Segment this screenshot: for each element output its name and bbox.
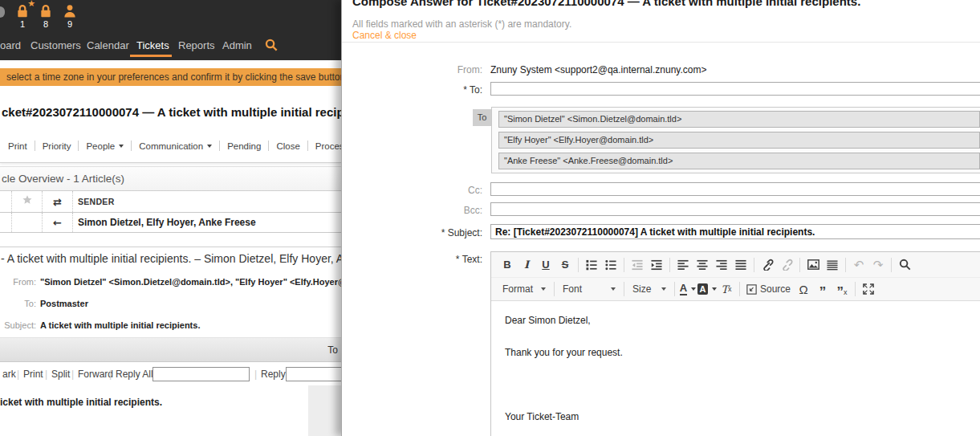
- flag-cell[interactable]: [11, 213, 42, 232]
- action-forward[interactable]: Forward: [78, 369, 113, 380]
- special-character-icon[interactable]: Ω: [794, 280, 813, 298]
- undo-icon[interactable]: ↶: [849, 256, 868, 274]
- action-reply-all[interactable]: Reply All: [116, 369, 153, 380]
- font-dropdown[interactable]: Font: [558, 280, 620, 298]
- article-body-text: icket with multiple initial recipients.: [0, 397, 162, 408]
- menu-item-pending[interactable]: Pending: [227, 141, 261, 151]
- article-row[interactable]: ← Simon Dietzel, Elfy Hoyer, Anke Freese: [0, 213, 341, 233]
- separator: [268, 141, 269, 151]
- separator: [891, 258, 892, 272]
- blockquote-icon[interactable]: ”: [813, 280, 832, 298]
- menu-item-process[interactable]: Process: [315, 141, 341, 151]
- image-icon[interactable]: [803, 256, 823, 274]
- size-dropdown[interactable]: Size: [628, 280, 671, 298]
- editor-content-area[interactable]: Dear Simon Dietzel, Thank you for your r…: [491, 301, 980, 436]
- divider: [342, 42, 980, 43]
- size-dropdown-label: Size: [632, 283, 651, 295]
- underline-icon[interactable]: U: [536, 256, 555, 274]
- separator: [855, 282, 856, 296]
- separator: [739, 282, 740, 296]
- to-input[interactable]: [490, 82, 980, 96]
- bold-icon[interactable]: B: [498, 256, 517, 274]
- empty-header-cell: [0, 191, 11, 212]
- text-color-letter: A: [680, 283, 687, 295]
- font-dropdown-label: Font: [563, 283, 582, 295]
- lock-icon: [39, 4, 53, 18]
- nav-item-dashboard[interactable]: oard: [0, 39, 21, 51]
- separator: [219, 141, 220, 151]
- menu-item-priority[interactable]: Priority: [43, 141, 71, 151]
- bcc-field-label: Bcc:: [342, 205, 482, 216]
- nav-item-calendar[interactable]: Calendar: [87, 39, 129, 51]
- editor-line: Dear Simon Dietzel,: [505, 312, 972, 328]
- direction-header-cell[interactable]: ⇄: [42, 191, 72, 212]
- locked-tickets-new-badge[interactable]: ★ 1: [15, 4, 30, 29]
- sender-header-cell[interactable]: SENDER: [72, 191, 341, 212]
- recipient-pill[interactable]: "Anke Freese" <Anke.Freese@domain.tld>: [498, 153, 980, 169]
- to-label: To:: [0, 299, 36, 310]
- align-center-icon[interactable]: [693, 256, 712, 274]
- background-color-icon[interactable]: A: [697, 280, 717, 298]
- page-background: [308, 385, 341, 436]
- subject-label: Subject:: [0, 320, 36, 332]
- remove-quote-icon[interactable]: ”x: [832, 280, 852, 298]
- flag-header-cell[interactable]: [11, 191, 42, 212]
- align-left-icon[interactable]: [673, 256, 693, 274]
- badge-count: 9: [63, 19, 77, 29]
- article-table: ⇄ SENDER ← Simon Dietzel, Elfy Hoyer, An…: [0, 191, 341, 233]
- ticket-zoom-page: ★ 1 8 9 oard Customers Calendar Tickets …: [0, 0, 341, 436]
- remove-format-icon[interactable]: Tx: [717, 280, 736, 298]
- star-icon: ★: [27, 0, 35, 8]
- subject-input[interactable]: [490, 224, 980, 239]
- cancel-and-close-link[interactable]: Cancel & close: [352, 30, 417, 41]
- italic-icon[interactable]: I: [517, 256, 536, 274]
- badge-count: 1: [15, 19, 30, 29]
- responsible-tickets-badge[interactable]: 9: [63, 4, 77, 29]
- separator: |: [45, 369, 47, 380]
- action-print[interactable]: Print: [23, 369, 43, 380]
- redo-icon[interactable]: ↷: [868, 256, 888, 274]
- ordered-list-icon[interactable]: [582, 256, 601, 274]
- remove-format-x: x: [728, 285, 732, 293]
- menu-item-communication[interactable]: Communication: [139, 141, 212, 151]
- search-icon[interactable]: [265, 39, 278, 55]
- recipient-pill[interactable]: "Elfy Hoyer" <Elfy.Hoyer@domain.tld>: [498, 132, 980, 149]
- horizontal-rule-icon[interactable]: [823, 256, 842, 274]
- timezone-warning-bar[interactable]: select a time zone in your preferences a…: [0, 68, 341, 86]
- sender-header-label: SENDER: [78, 197, 115, 206]
- menu-item-label: Communication: [139, 141, 203, 151]
- find-icon[interactable]: [895, 256, 914, 274]
- nav-item-customers[interactable]: Customers: [30, 39, 81, 51]
- menu-item-people[interactable]: People: [86, 141, 124, 151]
- format-dropdown[interactable]: Format: [498, 280, 551, 298]
- recipient-pill[interactable]: "Simon Dietzel" <Simon.Dietzel@domain.tl…: [498, 111, 980, 128]
- strikethrough-icon[interactable]: S: [555, 256, 575, 274]
- reply-all-select[interactable]: [152, 367, 250, 381]
- outdent-icon[interactable]: [628, 256, 647, 274]
- menu-item-print[interactable]: Print: [8, 141, 27, 151]
- locked-tickets-badge[interactable]: 8: [39, 4, 53, 29]
- maximize-icon[interactable]: [859, 280, 878, 298]
- action-split[interactable]: Split: [51, 369, 70, 380]
- align-justify-icon[interactable]: [731, 256, 750, 274]
- reply-select[interactable]: [286, 367, 341, 381]
- app: ★ 1 8 9 oard Customers Calendar Tickets …: [0, 0, 980, 436]
- bcc-input[interactable]: [490, 202, 980, 216]
- menu-item-close[interactable]: Close: [276, 141, 299, 151]
- nav-item-tickets[interactable]: Tickets: [136, 39, 169, 51]
- source-icon: [746, 284, 757, 295]
- action-mark[interactable]: ark: [2, 369, 16, 380]
- indent-icon[interactable]: [647, 256, 666, 274]
- action-reply[interactable]: Reply: [261, 369, 286, 380]
- align-right-icon[interactable]: [712, 256, 731, 274]
- cc-input[interactable]: [490, 182, 980, 196]
- link-icon[interactable]: [758, 256, 777, 274]
- unlink-icon[interactable]: [777, 256, 796, 274]
- nav-item-reports[interactable]: Reports: [178, 39, 215, 51]
- chevron-down-icon: [541, 287, 546, 291]
- nav-item-admin[interactable]: Admin: [222, 39, 252, 51]
- source-button[interactable]: Source: [743, 283, 794, 295]
- subject-field-label: * Subject:: [342, 227, 482, 238]
- text-color-icon[interactable]: A: [678, 280, 697, 298]
- unordered-list-icon[interactable]: [601, 256, 620, 274]
